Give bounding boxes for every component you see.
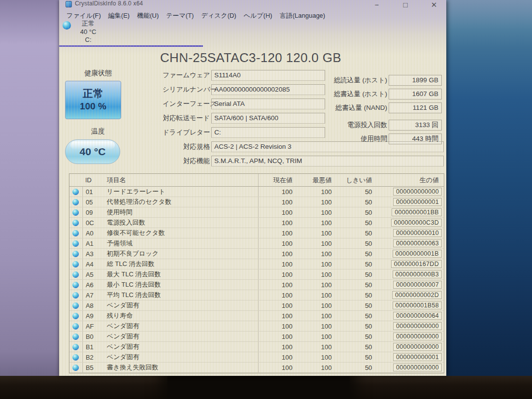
raw-value-box: 000000000000: [393, 332, 442, 340]
smart-header-thresh: しきい値: [336, 176, 376, 185]
raw-value-box: 000000000007: [393, 281, 442, 289]
smart-header-id: ID: [82, 174, 102, 186]
smart-table-row[interactable]: A3初期不良ブロック1001005000000000001B: [69, 249, 444, 259]
smart-table-row[interactable]: AFベンダ固有10010050000000000000: [69, 321, 444, 332]
smart-cell-raw: 00000000002D: [376, 291, 444, 299]
smart-cell-current: 100: [258, 311, 297, 321]
status-orb-icon: [72, 282, 79, 288]
info-field-row: 対応機能S.M.A.R.T., APM, NCQ, TRIM: [163, 156, 446, 166]
smart-cell-name: ベンダ固有: [102, 322, 258, 331]
status-orb-icon: [72, 251, 79, 257]
smart-table-row[interactable]: A5最大 TLC 消去回数100100500000000000B3: [69, 269, 444, 280]
smart-table-row[interactable]: 01リードエラーレート10010050000000000000: [69, 187, 444, 197]
smart-cell-current: 100: [258, 363, 297, 372]
smart-cell-worst: 100: [297, 199, 336, 206]
smart-cell-id: A5: [82, 269, 102, 279]
close-button[interactable]: ✕: [429, 0, 439, 9]
smart-table-row[interactable]: A6最小 TLC 消去回数10010050000000000007: [69, 280, 444, 290]
drive-tab-temperature: 40 °C: [67, 28, 109, 36]
smart-table-row[interactable]: A4総 TLC 消去回数100100500000000167DD: [69, 259, 444, 269]
menu-item-function[interactable]: 機能(U): [137, 11, 159, 20]
minimize-button[interactable]: −: [371, 0, 382, 9]
stat-row: 総書込量 (ホスト)1607 GB: [324, 89, 443, 100]
stat-value: 443 時間: [389, 133, 442, 144]
stat-row: 総書込量 (NAND)1121 GB: [324, 102, 443, 113]
drive-tab-status: 正常: [67, 20, 109, 28]
status-orb-icon: [72, 354, 79, 361]
info-field-value: AA000000000000002085: [211, 84, 325, 95]
smart-cell-orb: [69, 197, 82, 207]
smart-cell-orb: [69, 228, 82, 238]
smart-table-row[interactable]: A1予備領域10010050000000000063: [69, 238, 444, 249]
stat-label: 総読込量 (ホスト): [324, 76, 387, 85]
header-orb-spacer: [69, 174, 82, 186]
menu-item-help[interactable]: ヘルプ(H): [244, 11, 272, 20]
info-field-value: S1114A0: [211, 70, 325, 81]
menu-item-file[interactable]: ファイル(F): [66, 11, 101, 20]
smart-cell-raw: 000000000007: [376, 281, 444, 289]
smart-table-row[interactable]: A8ベンダ固有10010050000000001B58: [69, 300, 444, 311]
smart-cell-orb: [69, 187, 82, 197]
drive-tab-c[interactable]: 正常 40 °C C:: [59, 20, 118, 46]
desktop-wallpaper-right: [446, 0, 532, 399]
raw-value-box: 000000000000: [393, 343, 442, 351]
info-field-label: シリアルナンバー: [163, 85, 210, 94]
smart-cell-name: ベンダ固有: [102, 342, 258, 351]
smart-cell-orb: [69, 259, 82, 269]
smart-cell-orb: [69, 311, 82, 321]
stat-value: 3133 回: [389, 120, 442, 131]
smart-cell-worst: 100: [297, 354, 336, 361]
smart-cell-id: A7: [82, 290, 102, 300]
status-orb-icon: [72, 323, 79, 330]
raw-value-box: 000000000000: [393, 322, 442, 330]
smart-cell-worst: 100: [297, 333, 336, 340]
smart-cell-name: ベンダ固有: [102, 353, 258, 362]
menu-item-disk[interactable]: ディスク(D): [201, 11, 236, 20]
smart-cell-worst: 100: [297, 230, 336, 237]
status-orb-icon: [72, 302, 79, 309]
smart-table-row[interactable]: A7平均 TLC 消去回数1001005000000000002D: [69, 290, 444, 300]
stat-label: 総書込量 (NAND): [324, 103, 387, 112]
smart-table-row[interactable]: A9残り寿命10010050000000000064: [69, 311, 444, 321]
raw-value-box: 000000000010: [393, 229, 442, 237]
raw-value-box: 000000000064: [393, 312, 442, 320]
smart-table-row[interactable]: 05代替処理済のセクタ数10010050000000000001: [69, 197, 444, 207]
stat-label: 使用時間: [324, 134, 387, 143]
smart-table-row[interactable]: B5書き換え失敗回数10010050000000000000: [69, 363, 444, 373]
smart-cell-id: 09: [82, 207, 102, 217]
status-orb-icon: [72, 220, 79, 226]
monitor-stand: [167, 376, 350, 399]
smart-cell-id: A4: [82, 259, 102, 269]
smart-cell-id: 0C: [82, 218, 102, 228]
smart-table-row[interactable]: B0ベンダ固有10010050000000000000: [69, 332, 444, 342]
info-field-label: 対応規格: [163, 142, 210, 151]
stat-value: 1899 GB: [389, 75, 442, 86]
smart-cell-name: 総 TLC 消去回数: [102, 260, 258, 268]
smart-cell-orb: [69, 352, 82, 362]
smart-table-row[interactable]: 09使用時間100100500000000001BB: [69, 207, 444, 218]
smart-cell-current: 100: [258, 290, 297, 300]
menu-item-theme[interactable]: テーマ(T): [166, 11, 194, 20]
smart-cell-orb: [69, 290, 82, 300]
health-status-button[interactable]: 正常 100 %: [65, 81, 121, 119]
stat-row: 使用時間443 時間: [324, 133, 443, 144]
temperature-gauge[interactable]: 40 °C: [65, 139, 120, 164]
smart-table-row[interactable]: 0C電源投入回数10010050000000000C3D: [69, 218, 444, 228]
raw-value-box: 00000000001B: [393, 250, 442, 258]
raw-value-box: 000000000063: [393, 239, 442, 247]
smart-cell-id: 01: [82, 187, 102, 197]
info-field-value: S.M.A.R.T., APM, NCQ, TRIM: [211, 156, 444, 166]
menu-item-edit[interactable]: 編集(E): [108, 11, 130, 20]
smart-table-row[interactable]: B2ベンダ固有10010050000000000001: [69, 352, 444, 363]
smart-header-worst: 最悪値: [297, 176, 336, 185]
smart-header-raw: 生の値: [376, 176, 444, 185]
smart-table-row[interactable]: B1ベンダ固有10010050000000000000: [69, 342, 444, 352]
smart-cell-worst: 100: [297, 364, 336, 371]
menu-item-language[interactable]: 言語(Language): [280, 11, 326, 20]
maximize-button[interactable]: □: [400, 0, 411, 9]
smart-table-row[interactable]: A0修復不可能セクタ数10010050000000000010: [69, 228, 444, 238]
smart-cell-worst: 100: [297, 292, 336, 299]
status-orb-icon: [72, 230, 79, 236]
smart-cell-id: B2: [82, 352, 102, 362]
smart-header-name: 項目名: [102, 176, 258, 185]
